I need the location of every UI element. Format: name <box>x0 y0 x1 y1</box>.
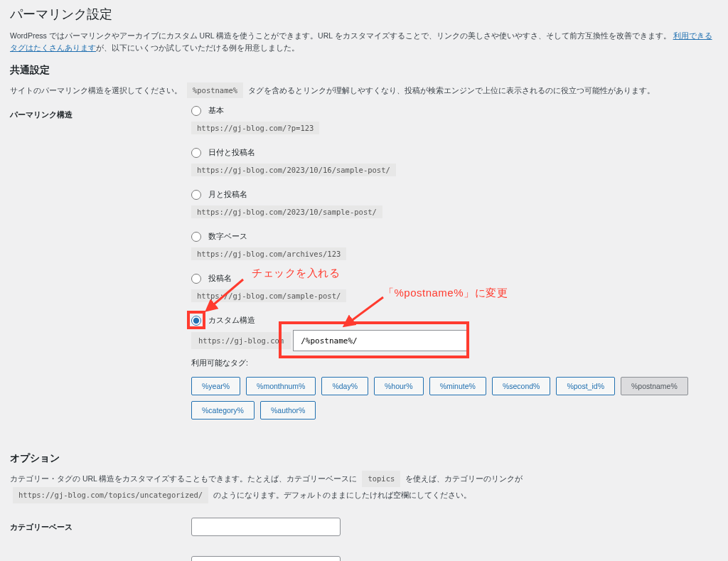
permalink-option-radio[interactable] <box>191 190 201 200</box>
permalink-option-label: 月と投稿名 <box>208 189 247 200</box>
permalink-option-example: https://gj-blog.com/2023/10/sample-post/ <box>191 205 382 218</box>
permalink-option: 数字ベース https://gj-blog.com/archives/123 <box>191 231 718 260</box>
permalink-option-example: https://gj-blog.com/sample-post/ <box>191 289 346 302</box>
tag-base-label: タグベース <box>10 556 191 561</box>
permalink-option-label: 投稿名 <box>208 273 232 284</box>
postname-inline-tag: %postname% <box>187 82 243 99</box>
tag-button[interactable]: %minute% <box>429 377 486 395</box>
available-tags-row: %year%%monthnum%%day%%hour%%minute%%seco… <box>191 377 718 420</box>
permalink-option-example: https://gj-blog.com/?p=123 <box>191 122 319 134</box>
annotation-check: チェックを入れる <box>252 267 340 280</box>
page-title: パーマリンク設定 <box>10 6 718 23</box>
tag-button[interactable]: %monthnum% <box>246 377 316 395</box>
tag-button[interactable]: %category% <box>191 401 255 420</box>
tag-button[interactable]: %author% <box>260 401 316 420</box>
tag-button[interactable]: %hour% <box>374 377 424 395</box>
option-section-desc: カテゴリー・タグの URL 構造をカスタマイズすることもできます。たとえば、カテ… <box>10 471 718 503</box>
example-url-code: https://gj-blog.com/topics/uncategorized… <box>13 487 208 503</box>
permalink-option-custom: カスタム構造 https://gj-blog.com 利用可能なタグ: %yea… <box>191 315 718 420</box>
permalink-option-example: https://gj-blog.com/2023/10/16/sample-po… <box>191 164 396 176</box>
available-tags-label: 利用可能なタグ: <box>191 358 718 368</box>
permalink-structure-label: パーマリンク構造 <box>10 105 191 120</box>
common-desc-after: タグを含めるとリンクが理解しやすくなり、投稿が検索エンジンで上位に表示されるのに… <box>248 86 655 95</box>
intro-before: WordPress ではパーマリンクやアーカイブにカスタム URL 構造を使うこ… <box>10 31 671 40</box>
common-settings-desc: サイトのパーマリンク構造を選択してください。 %postname% タグを含める… <box>10 82 718 99</box>
permalink-structure-row: パーマリンク構造 基本 https://gj-blog.com/?p=123 日… <box>10 105 718 432</box>
tag-button[interactable]: %post_id% <box>556 377 615 395</box>
category-base-row: カテゴリーベース <box>10 518 718 536</box>
common-desc-before: サイトのパーマリンク構造を選択してください。 <box>10 86 182 95</box>
tag-button[interactable]: %postname% <box>621 377 688 395</box>
option-desc-after: のようになります。デフォルトのままにしたければ空欄にしてください。 <box>213 491 471 499</box>
annotation-postname: 「%postname%」に変更 <box>383 287 508 300</box>
tag-base-input[interactable] <box>191 556 341 561</box>
permalink-option: 月と投稿名 https://gj-blog.com/2023/10/sample… <box>191 189 718 218</box>
tag-button[interactable]: %second% <box>492 377 551 395</box>
tag-button[interactable]: %year% <box>191 377 240 395</box>
permalink-option-radio[interactable] <box>191 148 201 158</box>
custom-structure-prefix: https://gj-blog.com <box>191 332 291 349</box>
category-base-input[interactable] <box>191 518 341 536</box>
tag-base-row: タグベース 忘れずに「変更を保存」 <box>10 556 718 561</box>
custom-structure-input[interactable] <box>293 330 467 351</box>
category-base-label: カテゴリーベース <box>10 518 191 533</box>
permalink-option-label: 数字ベース <box>208 231 247 242</box>
permalink-option-label: 基本 <box>208 105 224 116</box>
permalink-option: 日付と投稿名 https://gj-blog.com/2023/10/16/sa… <box>191 147 718 176</box>
common-settings-heading: 共通設定 <box>10 64 718 77</box>
custom-structure-label: カスタム構造 <box>208 315 255 326</box>
permalink-structure-body: 基本 https://gj-blog.com/?p=123 日付と投稿名 htt… <box>191 105 718 432</box>
custom-structure-radio[interactable] <box>191 316 201 326</box>
option-section-heading: オプション <box>10 452 718 465</box>
option-desc-before: カテゴリー・タグの URL 構造をカスタマイズすることもできます。たとえば、カテ… <box>10 474 357 483</box>
permalink-option-label: 日付と投稿名 <box>208 147 255 158</box>
permalink-option-radio[interactable] <box>191 232 201 242</box>
intro-text: WordPress ではパーマリンクやアーカイブにカスタム URL 構造を使うこ… <box>10 30 718 54</box>
tag-button[interactable]: %day% <box>321 377 368 395</box>
permalink-option-example: https://gj-blog.com/archives/123 <box>191 247 346 260</box>
topics-code: topics <box>362 471 400 487</box>
option-desc-mid: を使えば、カテゴリーのリンクが <box>405 474 523 483</box>
permalink-option-radio[interactable] <box>191 106 201 116</box>
permalink-option: 基本 https://gj-blog.com/?p=123 <box>191 105 718 134</box>
intro-after: が、以下にいくつか試していただける例を用意しました。 <box>96 43 299 52</box>
permalink-option-radio[interactable] <box>191 274 201 284</box>
